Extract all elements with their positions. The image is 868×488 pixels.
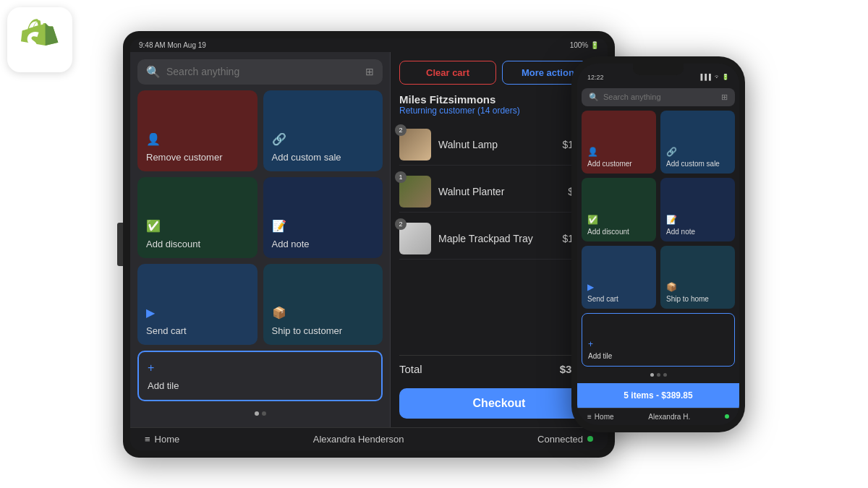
phone-tile-send-cart-icon: ▶ bbox=[587, 282, 650, 292]
dot-2 bbox=[262, 411, 266, 416]
phone-tile-ship-to-home-label: Ship to home bbox=[666, 295, 729, 303]
phone-tile-add-note[interactable]: 📝 Add note bbox=[660, 178, 735, 241]
tile-ship-to-customer-icon: 📦 bbox=[272, 306, 375, 320]
cart-item-walnut-lamp: 2 Walnut Lamp $198.00 bbox=[399, 124, 599, 166]
shopify-logo bbox=[7, 7, 72, 72]
tablet-battery: 100% 🔋 bbox=[570, 41, 599, 49]
phone-tile-add-customer-icon: 👤 bbox=[587, 147, 650, 157]
phone-tile-add-customer-label: Add customer bbox=[587, 160, 650, 168]
phone-status-icons: ▌▌▌ ᯤ 🔋 bbox=[701, 74, 729, 80]
item-img-walnut-planter: 1 bbox=[399, 176, 431, 207]
phone-tile-add-custom-sale[interactable]: 🔗 Add custom sale bbox=[660, 111, 735, 174]
phone-tile-ship-to-home-icon: 📦 bbox=[666, 282, 729, 292]
phone-checkout-bar[interactable]: 5 items - $389.85 bbox=[577, 383, 739, 408]
connected-label: Connected bbox=[537, 434, 583, 445]
cart-total: Total $389.85 bbox=[399, 355, 599, 382]
clear-cart-button[interactable]: Clear cart bbox=[399, 61, 496, 85]
scene: 9:48 AM Mon Aug 19 100% 🔋 🔍 ⊞ bbox=[0, 0, 868, 488]
connected-dot bbox=[587, 436, 593, 442]
phone-dot-3 bbox=[663, 373, 667, 377]
phone-tile-add-tile[interactable]: + Add tile bbox=[582, 313, 735, 367]
tile-add-note-icon: 📝 bbox=[272, 219, 375, 233]
phone-home-label: Home bbox=[595, 413, 614, 421]
item-img-walnut-lamp: 2 bbox=[399, 129, 431, 160]
phone-tile-add-note-icon: 📝 bbox=[666, 215, 729, 225]
phone-staff-name: Alexandra H. bbox=[648, 413, 690, 421]
total-label: Total bbox=[399, 363, 422, 375]
cart-header: Clear cart More actions bbox=[399, 61, 599, 85]
phone-grid-icon: ⊞ bbox=[721, 93, 728, 102]
phone: 12:22 ▌▌▌ ᯤ 🔋 🔍 ⊞ 👤 Add customer bbox=[571, 56, 745, 432]
phone-notch bbox=[633, 64, 684, 75]
phone-dot-2 bbox=[657, 373, 660, 377]
tile-send-cart[interactable]: ▶ Send cart bbox=[137, 264, 258, 345]
tablet-body: 🔍 ⊞ 👤 Remove customer 🔗 bbox=[130, 52, 608, 427]
tile-add-note[interactable]: 📝 Add note bbox=[263, 177, 383, 258]
search-icon: 🔍 bbox=[146, 65, 161, 79]
phone-tile-ship-to-home[interactable]: 📦 Ship to home bbox=[660, 246, 735, 309]
tablet-bottom-bar: ≡ Home Alexandra Henderson Connected bbox=[130, 427, 608, 450]
tablet-status-bar: 9:48 AM Mon Aug 19 100% 🔋 bbox=[130, 38, 608, 52]
phone-tile-add-custom-sale-icon: 🔗 bbox=[666, 147, 729, 157]
phone-pagination-dots bbox=[582, 371, 735, 379]
tile-add-tile-label: Add tile bbox=[148, 380, 373, 391]
hamburger-icon: ≡ bbox=[145, 434, 150, 445]
tile-add-tile-icon: + bbox=[148, 361, 373, 374]
tile-add-custom-sale-icon: 🔗 bbox=[272, 132, 375, 146]
tablet-left-panel: 🔍 ⊞ 👤 Remove customer 🔗 bbox=[130, 52, 391, 427]
item-badge-walnut-lamp: 2 bbox=[395, 124, 407, 136]
phone-tile-add-custom-sale-label: Add custom sale bbox=[666, 160, 729, 168]
customer-info: Miles Fitzsimmons Returning customer (14… bbox=[399, 93, 599, 116]
item-badge-maple-tray: 2 bbox=[395, 218, 407, 230]
tile-add-custom-sale[interactable]: 🔗 Add custom sale bbox=[263, 90, 383, 171]
item-name-walnut-planter: Walnut Planter bbox=[438, 186, 561, 197]
phone-tile-add-customer[interactable]: 👤 Add customer bbox=[582, 111, 656, 174]
tile-add-tile[interactable]: + Add tile bbox=[137, 351, 383, 401]
phone-time: 12:22 bbox=[587, 74, 604, 81]
tile-ship-to-customer[interactable]: 📦 Ship to customer bbox=[263, 264, 383, 345]
checkout-button[interactable]: Checkout bbox=[399, 388, 599, 419]
tile-add-note-label: Add note bbox=[272, 239, 375, 249]
item-badge-walnut-planter: 1 bbox=[395, 171, 407, 183]
phone-search-icon: 🔍 bbox=[589, 93, 599, 102]
tablet-home-nav[interactable]: ≡ Home bbox=[145, 434, 179, 445]
tile-send-cart-icon: ▶ bbox=[146, 306, 249, 320]
tablet-side-button bbox=[117, 223, 123, 266]
cart-item-maple-tray: 2 Maple Trackpad Tray $118.00 bbox=[399, 218, 599, 260]
phone-search-bar[interactable]: 🔍 ⊞ bbox=[582, 88, 735, 106]
tile-add-discount-label: Add discount bbox=[146, 239, 249, 249]
phone-connected-dot bbox=[725, 414, 729, 419]
home-label: Home bbox=[155, 434, 180, 445]
phone-search-input[interactable] bbox=[603, 93, 717, 101]
grid-icon: ⊞ bbox=[365, 66, 374, 77]
phone-tile-send-cart[interactable]: ▶ Send cart bbox=[582, 246, 656, 309]
customer-name: Miles Fitzsimmons bbox=[399, 93, 599, 106]
phone-tiles-grid: 👤 Add customer 🔗 Add custom sale ✅ Add d… bbox=[582, 111, 735, 367]
phone-bottom-bar: ≡ Home Alexandra H. bbox=[577, 408, 739, 425]
tile-send-cart-label: Send cart bbox=[146, 325, 249, 336]
phone-hamburger-icon: ≡ bbox=[587, 413, 592, 421]
tablet-search-input[interactable] bbox=[166, 66, 359, 77]
tile-remove-customer-label: Remove customer bbox=[146, 152, 249, 163]
item-img-maple-tray: 2 bbox=[399, 223, 431, 254]
phone-tile-add-tile-icon: + bbox=[588, 339, 728, 349]
tablet-search-bar[interactable]: 🔍 ⊞ bbox=[137, 59, 383, 85]
tile-add-custom-sale-label: Add custom sale bbox=[272, 152, 375, 163]
tablet: 9:48 AM Mon Aug 19 100% 🔋 🔍 ⊞ bbox=[123, 31, 615, 458]
phone-tile-add-tile-label: Add tile bbox=[588, 352, 728, 360]
phone-tile-send-cart-label: Send cart bbox=[587, 295, 650, 303]
staff-name: Alexandra Henderson bbox=[313, 434, 404, 445]
customer-sub: Returning customer (14 orders) bbox=[399, 106, 599, 116]
tile-add-discount[interactable]: ✅ Add discount bbox=[137, 177, 258, 258]
phone-home-nav[interactable]: ≡ Home bbox=[587, 413, 614, 421]
tile-remove-customer-icon: 👤 bbox=[146, 132, 249, 146]
phone-dot-1 bbox=[650, 373, 654, 377]
phone-tile-add-discount[interactable]: ✅ Add discount bbox=[582, 178, 656, 241]
phone-body: 🔍 ⊞ 👤 Add customer 🔗 Add custom sale bbox=[577, 84, 739, 383]
tablet-pagination-dots bbox=[137, 407, 383, 420]
tablet-tiles-grid: 👤 Remove customer 🔗 Add custom sale ✅ Ad… bbox=[137, 90, 383, 345]
cart-items-list: 2 Walnut Lamp $198.00 1 Walnut Planter $… bbox=[399, 124, 599, 351]
phone-tile-add-note-label: Add note bbox=[666, 228, 729, 236]
tile-remove-customer[interactable]: 👤 Remove customer bbox=[137, 90, 258, 171]
connection-status: Connected bbox=[537, 434, 593, 445]
